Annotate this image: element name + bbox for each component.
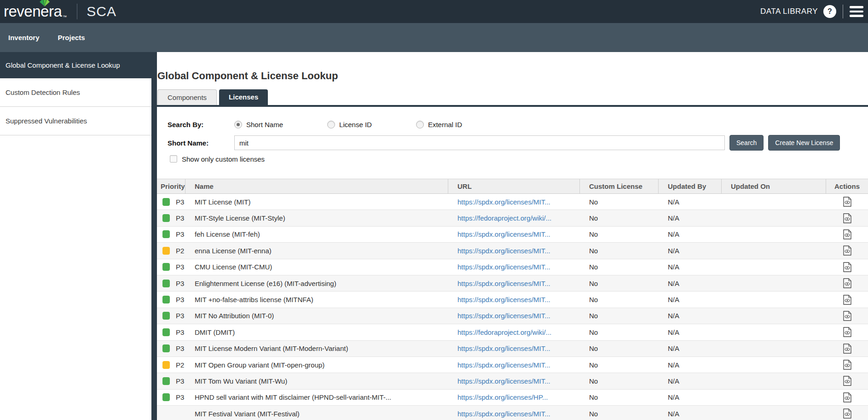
view-license-icon[interactable] [843,213,851,223]
view-license-icon[interactable] [843,245,851,256]
nav-item-inventory[interactable]: Inventory [8,34,40,41]
radio-circle-icon[interactable] [234,121,242,128]
radio-circle-icon[interactable] [327,121,335,128]
help-icon[interactable]: ? [823,5,836,18]
view-license-icon[interactable] [843,408,851,419]
license-url-link[interactable]: https://spdx.org/licenses/MIT... [457,377,550,385]
radio-external-id[interactable]: External ID [416,121,462,128]
priority-badge [162,247,170,255]
priority-cell: P3 [157,328,185,336]
license-name-cell: Enlightenment License (e16) (MIT-adverti… [185,280,448,287]
priority-cell: P3 [157,230,185,238]
view-license-icon[interactable] [843,295,851,305]
radio-label: External ID [428,121,462,128]
actions-cell [826,360,868,370]
updated-by-cell: N/A [659,312,722,320]
updated-by-cell: N/A [659,247,722,255]
table-row: P3MIT +no-false-attribs license (MITNFA)… [157,292,868,308]
product-name: SCA [87,4,116,19]
url-cell: https://spdx.org/licenses/MIT... [448,344,580,352]
license-url-link[interactable]: https://spdx.org/licenses/MIT... [457,280,550,287]
sidebar-item-custom-detection-rules[interactable]: Custom Detection Rules [0,78,151,107]
radio-license-id[interactable]: License ID [327,121,372,128]
sidebar: Global Component & License LookupCustom … [0,52,151,420]
search-by-radios: Short NameLicense IDExternal ID [234,121,506,128]
priority-badge [162,230,170,238]
view-license-icon[interactable] [843,229,851,239]
revenera-logo: revenera ™ [4,1,67,22]
show-only-custom-checkbox[interactable] [170,155,177,163]
custom-license-cell: No [580,230,659,238]
table-row: P3CMU License (MIT-CMU)https://spdx.org/… [157,259,868,275]
view-license-icon[interactable] [843,262,851,272]
priority-badge [162,296,170,303]
license-url-link[interactable]: https://spdx.org/licenses/MIT... [457,410,550,418]
sidebar-item-suppressed-vulnerabilities[interactable]: Suppressed Vulnerabilities [0,107,151,135]
table-row: P2MIT Open Group variant (MIT-open-group… [157,357,868,373]
top-header: revenera ™ SCA DATA LIBRARY ? [0,0,868,23]
brand-name: revenera [4,1,62,22]
priority-label: P3 [176,296,184,303]
search-button[interactable]: Search [729,135,764,151]
view-license-icon[interactable] [843,392,851,402]
priority-badge [162,198,170,206]
tab-components[interactable]: Components [157,89,217,105]
custom-license-cell: No [580,393,659,401]
create-new-license-button[interactable]: Create New License [768,135,840,151]
view-license-icon[interactable] [843,376,851,386]
priority-label: P3 [176,393,184,401]
table-row: P3MIT License Modern Variant (MIT-Modern… [157,341,868,357]
view-license-icon[interactable] [843,360,851,370]
table-row: P3MIT License (MIT)https://spdx.org/lice… [157,194,868,210]
license-url-link[interactable]: https://spdx.org/licenses/MIT... [457,247,550,255]
priority-label: P3 [176,377,184,385]
actions-cell [826,213,868,223]
license-url-link[interactable]: https://fedoraproject.org/wiki/... [457,214,551,222]
priority-label: P3 [176,230,184,238]
table-row: P3HPND sell variant with MIT disclaimer … [157,390,868,406]
radio-circle-icon[interactable] [416,121,424,128]
table-header: PriorityNameURLCustom LicenseUpdated ByU… [157,179,868,194]
tab-licenses[interactable]: Licenses [219,89,268,105]
priority-cell: P3 [157,344,185,352]
view-license-icon[interactable] [843,327,851,337]
column-header-actions: Actions [826,179,868,193]
menu-icon[interactable] [850,4,863,19]
radio-short-name[interactable]: Short Name [234,121,283,128]
main-content: Global Component & License Lookup Compon… [157,52,868,420]
priority-cell: P3 [157,214,185,222]
view-license-icon[interactable] [843,278,851,288]
license-url-link[interactable]: https://spdx.org/licenses/MIT... [457,230,550,238]
license-url-link[interactable]: https://spdx.org/licenses/HP... [457,393,548,401]
priority-cell: P3 [157,312,185,320]
table-row: MIT Festival Variant (MIT-Festival)https… [157,406,868,420]
data-library-link[interactable]: DATA LIBRARY [760,7,818,16]
updated-by-cell: N/A [659,393,722,401]
updated-by-cell: N/A [659,230,722,238]
view-license-icon[interactable] [843,197,851,207]
updated-by-cell: N/A [659,263,722,271]
priority-badge [162,344,170,352]
updated-by-cell: N/A [659,296,722,303]
license-url-link[interactable]: https://spdx.org/licenses/MIT... [457,296,550,303]
sidebar-item-global-component-license-lookup[interactable]: Global Component & License Lookup [0,52,151,78]
license-url-link[interactable]: https://spdx.org/licenses/MIT... [457,361,550,369]
license-url-link[interactable]: https://spdx.org/licenses/MIT... [457,198,550,206]
license-url-link[interactable]: https://fedoraproject.org/wiki/... [457,328,551,336]
priority-label: P3 [176,344,184,352]
short-name-input[interactable] [234,135,725,150]
view-license-icon[interactable] [843,311,851,321]
license-url-link[interactable]: https://spdx.org/licenses/MIT... [457,263,550,271]
custom-license-cell: No [580,344,659,352]
url-cell: https://spdx.org/licenses/HP... [448,393,580,401]
priority-label: P3 [176,263,184,271]
priority-badge [162,214,170,222]
priority-cell: P2 [157,361,185,369]
nav-item-projects[interactable]: Projects [58,34,85,41]
license-name-cell: MIT +no-false-attribs license (MITNFA) [185,296,448,303]
actions-cell [826,327,868,337]
view-license-icon[interactable] [843,344,851,354]
license-url-link[interactable]: https://spdx.org/licenses/MIT... [457,312,550,320]
license-url-link[interactable]: https://spdx.org/licenses/MIT... [457,344,550,352]
search-panel: Search By: Short NameLicense IDExternal … [157,120,868,163]
